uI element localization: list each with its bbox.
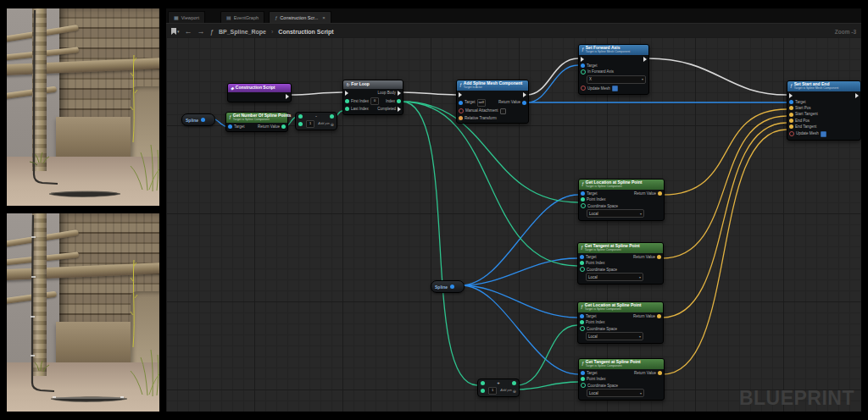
target-pin[interactable] bbox=[580, 314, 584, 318]
object-out-pin[interactable] bbox=[201, 118, 205, 122]
point-index-pin[interactable] bbox=[581, 377, 585, 381]
point-index-pin[interactable] bbox=[580, 320, 584, 324]
point-index-pin[interactable] bbox=[581, 197, 585, 202]
literal-value[interactable]: 1 bbox=[306, 120, 314, 128]
start-pos-pin[interactable] bbox=[789, 106, 793, 110]
node-for-loop[interactable]: ↻ For Loop Loop Body First Index0 Index … bbox=[342, 80, 403, 115]
forward-axis-dropdown[interactable]: X ▾ bbox=[587, 75, 646, 84]
viewport-render-bottom bbox=[7, 213, 159, 412]
loop-body-pin[interactable] bbox=[398, 91, 401, 96]
exec-out-pin[interactable] bbox=[643, 57, 647, 62]
node-get-tangent-at-spline-point[interactable]: ƒ Get Tangent at Spline Point Target is … bbox=[578, 358, 665, 401]
output-pin[interactable] bbox=[512, 381, 516, 385]
node-int-subtract[interactable]: - 1 Add pin⊕ bbox=[295, 112, 337, 130]
exec-in-pin[interactable] bbox=[789, 93, 793, 98]
manual-attachment-checkbox[interactable] bbox=[500, 108, 506, 114]
node-construction-script[interactable]: ◆ Construction Script bbox=[227, 83, 292, 102]
close-tab-icon[interactable]: × bbox=[322, 15, 326, 20]
literal-value[interactable]: 1 bbox=[488, 387, 497, 395]
input-pin[interactable] bbox=[298, 114, 303, 119]
tab-construction-script[interactable]: ƒ Construction Scr... × bbox=[269, 11, 331, 23]
add-pin-button[interactable]: Add pin⊕ bbox=[500, 389, 516, 394]
return-value-pin[interactable] bbox=[281, 124, 286, 129]
coordinate-space-dropdown[interactable]: Local ▾ bbox=[587, 389, 644, 397]
exec-out-pin[interactable] bbox=[855, 93, 859, 98]
node-get-location-at-spline-point[interactable]: ƒ Get Location at Spline Point Target is… bbox=[578, 179, 665, 221]
target-pin[interactable] bbox=[789, 100, 793, 104]
back-button[interactable]: ← bbox=[185, 28, 192, 36]
coordinate-space-dropdown[interactable]: Local ▾ bbox=[586, 273, 643, 281]
point-index-pin[interactable] bbox=[580, 261, 584, 265]
target-pin[interactable] bbox=[580, 255, 584, 259]
input-pin[interactable] bbox=[481, 389, 485, 393]
dropdown-arrow-icon: ▾ bbox=[639, 334, 641, 339]
breadcrumb-blueprint[interactable]: BP_Spline_Rope bbox=[219, 29, 266, 35]
coordinate-space-pin[interactable] bbox=[580, 267, 585, 272]
node-get-number-of-spline-points[interactable]: ƒ Get Number Of Spline Points Target is … bbox=[225, 112, 288, 132]
node-get-location-at-spline-point[interactable]: ƒ Get Location at Spline Point Target is… bbox=[577, 301, 664, 344]
coordinate-space-pin[interactable] bbox=[581, 203, 586, 208]
return-value-pin[interactable] bbox=[657, 314, 661, 318]
zoom-level-label: Zoom -3 bbox=[835, 29, 856, 35]
output-pin[interactable] bbox=[330, 114, 334, 119]
update-mesh-pin[interactable] bbox=[789, 131, 794, 136]
coordinate-space-dropdown[interactable]: Local ▾ bbox=[587, 209, 644, 218]
node-set-start-and-end[interactable]: ƒ Set Start and End Target is Spline Mes… bbox=[787, 80, 861, 141]
target-pin[interactable] bbox=[581, 191, 585, 196]
index-pin[interactable] bbox=[397, 99, 401, 103]
manual-attachment-pin[interactable] bbox=[459, 108, 464, 113]
tab-viewport[interactable]: ▦ Viewport bbox=[168, 11, 205, 23]
target-pin[interactable] bbox=[459, 101, 463, 105]
end-tangent-pin[interactable] bbox=[789, 124, 793, 129]
node-int-add[interactable]: + 1 Add pin⊕ bbox=[477, 379, 520, 397]
object-out-pin[interactable] bbox=[450, 285, 454, 289]
return-value-pin[interactable] bbox=[658, 191, 662, 196]
return-value-pin[interactable] bbox=[657, 255, 661, 259]
input-pin[interactable] bbox=[298, 122, 303, 126]
breadcrumb-graph[interactable]: Construction Script bbox=[278, 29, 333, 35]
target-value[interactable]: self bbox=[477, 99, 486, 107]
start-tangent-pin[interactable] bbox=[789, 113, 793, 117]
bookmark-button[interactable]: ▾ bbox=[171, 28, 180, 35]
completed-pin[interactable] bbox=[398, 107, 401, 112]
blueprint-watermark: BLUEPRINT bbox=[739, 387, 854, 410]
input-pin[interactable] bbox=[481, 381, 485, 385]
node-set-forward-axis[interactable]: ƒ Set Forward Axis Target is Spline Mesh… bbox=[578, 44, 649, 95]
relative-transform-pin[interactable] bbox=[459, 116, 463, 120]
update-mesh-pin[interactable] bbox=[581, 86, 586, 91]
coordinate-space-pin[interactable] bbox=[580, 326, 585, 331]
update-mesh-checkbox[interactable] bbox=[821, 131, 826, 137]
first-index-pin[interactable] bbox=[345, 99, 349, 103]
node-subtitle: Target is Spline Component bbox=[233, 119, 292, 122]
target-pin[interactable] bbox=[581, 371, 585, 375]
node-add-spline-mesh-component[interactable]: ƒ Add Spline Mesh Component Target is Ac… bbox=[456, 80, 529, 124]
node-spline-variable[interactable]: Spline bbox=[431, 280, 465, 293]
node-subtitle: Target is Spline Mesh Component bbox=[794, 87, 839, 91]
blueprint-editor: ▦ Viewport ▤ EventGraph ƒ Construction S… bbox=[166, 8, 861, 412]
graph-canvas[interactable]: ◆ Construction Script Spline ƒ Get Numbe… bbox=[166, 37, 861, 412]
coordinate-space-pin[interactable] bbox=[581, 383, 586, 388]
end-pos-pin[interactable] bbox=[789, 119, 793, 123]
node-spline-variable[interactable]: Spline bbox=[181, 113, 215, 126]
tab-label: EventGraph bbox=[234, 15, 259, 20]
forward-button[interactable]: → bbox=[198, 28, 205, 36]
tab-bar: ▦ Viewport ▤ EventGraph ƒ Construction S… bbox=[166, 8, 861, 23]
return-value-pin[interactable] bbox=[658, 371, 662, 375]
exec-in-pin[interactable] bbox=[459, 92, 462, 97]
last-index-pin[interactable] bbox=[345, 107, 349, 111]
return-value-pin[interactable] bbox=[522, 101, 526, 105]
update-mesh-checkbox[interactable] bbox=[612, 86, 618, 91]
node-get-tangent-at-spline-point[interactable]: ƒ Get Tangent at Spline Point Target is … bbox=[577, 242, 664, 285]
target-pin[interactable] bbox=[581, 64, 585, 68]
exec-out-pin[interactable] bbox=[523, 92, 526, 97]
exec-in-pin[interactable] bbox=[345, 91, 348, 96]
forward-axis-pin[interactable] bbox=[581, 69, 586, 75]
first-index-value[interactable]: 0 bbox=[370, 97, 379, 105]
tab-event-graph[interactable]: ▤ EventGraph bbox=[220, 11, 264, 23]
coordinate-space-dropdown[interactable]: Local ▾ bbox=[586, 332, 643, 340]
exec-out-pin[interactable] bbox=[286, 94, 289, 99]
add-pin-button[interactable]: Add pin⊕ bbox=[318, 122, 334, 127]
target-pin[interactable] bbox=[228, 124, 232, 129]
node-subtitle: Target is Spline Mesh Component bbox=[586, 51, 631, 54]
exec-in-pin[interactable] bbox=[581, 57, 584, 62]
